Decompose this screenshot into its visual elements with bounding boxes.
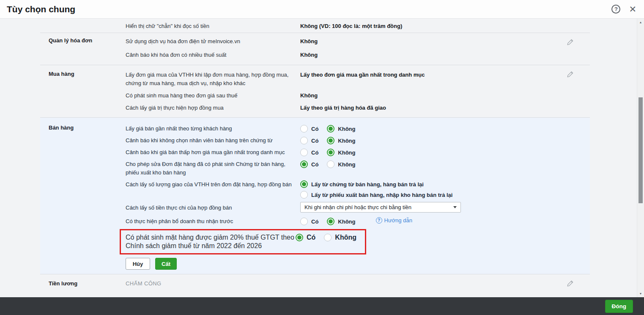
setting-label: Cách lấy giá trị thực hiện hợp đồng mua (126, 104, 300, 112)
row-low-price-warning: Cảnh báo khi giá bán thấp hơn giá mua gầ… (126, 148, 590, 157)
radio-no-label[interactable]: Không (338, 138, 355, 144)
row-contract-value-method: Cách lấy giá trị thực hiện hợp đồng mua … (126, 104, 590, 112)
scrollbar-thumb[interactable] (639, 97, 643, 203)
radio-yes[interactable] (300, 218, 308, 225)
radio-yes-label[interactable]: Có (311, 161, 318, 168)
radio-option-label[interactable]: Lấy từ phiếu xuất bán hàng, nhập kho hàn… (311, 192, 452, 198)
guide-link-label: Hướng dẫn (384, 217, 412, 224)
radio-option-label[interactable]: Lấy từ chứng từ bán hàng, hàng bán trả l… (311, 181, 424, 188)
edit-pencil-icon[interactable] (567, 39, 574, 47)
setting-value: Không (300, 51, 318, 59)
yes-no-radio-group: Có Không (300, 217, 364, 226)
general-options-dialog: Tùy chọn chung ? ✕ Hiển thị chữ "chẵn" k… (0, 0, 644, 315)
scroll-down-arrow[interactable]: ▼ (637, 290, 644, 297)
settings-content: Hiển thị chữ "chẵn" khi đọc số tiền Khôn… (0, 19, 637, 297)
section-title: Tiền lương (40, 280, 126, 297)
row-read-amount-chan: Hiển thị chữ "chẵn" khi đọc số tiền Khôn… (40, 19, 590, 33)
setting-label: Hiển thị chữ "chẵn" khi đọc số tiền (126, 22, 300, 33)
radio-from-sales-voucher[interactable] (300, 180, 308, 188)
yes-no-radio-group: Có Không (300, 136, 364, 145)
setting-label: Cảnh báo khi không chọn nhân viên bán hà… (126, 136, 300, 145)
section-purchasing: Mua hàng Lấy đơn giá mua của VTHH khi lậ… (40, 65, 590, 118)
radio-yes[interactable] (300, 137, 308, 144)
save-button[interactable]: Cất (155, 258, 177, 270)
setting-label: Cách lấy số lượng giao của VTHH trên đơn… (126, 180, 300, 189)
radio-no-label[interactable]: Không (338, 218, 355, 225)
page-title: Tùy chọn chung (7, 4, 75, 14)
row-einvoice-service: Sử dụng dịch vụ hóa đơn điện tử meInvoic… (126, 37, 590, 46)
radio-option: Lấy từ chứng từ bán hàng, hàng bán trả l… (300, 180, 452, 188)
yes-no-radio-group: Có Không (300, 160, 364, 169)
help-icon[interactable]: ? (611, 5, 620, 14)
radio-yes[interactable] (300, 125, 308, 133)
radio-no[interactable] (327, 149, 334, 156)
yes-no-radio-group: Có Không (300, 124, 364, 133)
radio-yes-label[interactable]: Có (311, 218, 318, 225)
option-radio-group: Lấy từ chứng từ bán hàng, hàng bán trả l… (300, 180, 452, 199)
yes-no-radio-group: Có Không (296, 233, 365, 242)
section-invoice-management: Quản lý hóa đơn Sử dụng dịch vụ hóa đơn … (40, 33, 590, 65)
titlebar-actions: ? ✕ (611, 5, 636, 14)
help-circle-icon: ? (376, 217, 382, 224)
edit-pencil-icon[interactable] (567, 280, 574, 289)
radio-yes-label[interactable]: Có (311, 138, 318, 144)
row-delivered-qty-method: Cách lấy số lượng giao của VTHH trên đơn… (126, 180, 590, 199)
setting-label: Cách lấy số tiền thực chi của hợp đồng b… (126, 204, 300, 212)
row-latest-sale-price: Lấy giá bán gần nhất theo từng khách hàn… (126, 124, 590, 133)
edit-actions: Hủy Cất (126, 258, 590, 270)
row-purchase-unit-price: Lấy đơn giá mua của VTHH khi lập đơn mua… (126, 71, 590, 88)
radio-no-label[interactable]: Không (338, 161, 355, 168)
radio-option: Lấy từ phiếu xuất bán hàng, nhập kho hàn… (300, 191, 452, 199)
radio-yes[interactable] (300, 160, 308, 168)
scroll-up-arrow[interactable]: ▲ (637, 19, 644, 25)
dialog-titlebar: Tùy chọn chung ? ✕ (0, 0, 644, 19)
vertical-scrollbar[interactable]: ▲ ▼ (637, 19, 644, 297)
row-allow-edit-sales-order: Cho phép sửa Đơn đặt hàng đã có phát sin… (126, 160, 590, 177)
row-salesperson-warning: Cảnh báo khi không chọn nhân viên bán hà… (126, 136, 590, 145)
dropdown-selected-value: Khi ghi nhận chi phí hoặc thực chi bằng … (304, 204, 411, 210)
radio-yes-label[interactable]: Có (311, 149, 318, 156)
setting-label: Cho phép sửa Đơn đặt hàng đã có phát sin… (126, 160, 300, 177)
radio-no[interactable] (327, 160, 334, 168)
setting-value: Không (VD: 100 đọc là: một trăm đồng) (300, 22, 402, 33)
setting-value: Lấy theo đơn giá mua gần nhất trong danh… (300, 71, 425, 88)
vat-reduction-highlight-box: Có phát sinh mặt hàng được giảm 20% thuế… (120, 229, 366, 254)
radio-yes-label[interactable]: Có (307, 234, 315, 241)
section-salary: Tiền lương CHẤM CÔNG Làm việc ngày Thứ b… (40, 274, 590, 297)
radio-from-outward-slip[interactable] (300, 191, 308, 199)
yes-no-radio-group: Có Không (300, 148, 364, 157)
caret-down-icon (453, 206, 457, 208)
timekeeping-subheading: CHẤM CÔNG (126, 280, 590, 287)
setting-label: Có phát sinh mua hàng theo đơn giá sau t… (126, 91, 300, 100)
row-after-tax-purchase: Có phát sinh mua hàng theo đơn giá sau t… (126, 91, 590, 100)
setting-label: Có thực hiện phân bổ doanh thu nhận trướ… (126, 217, 300, 226)
radio-no[interactable] (327, 137, 334, 144)
guide-link[interactable]: ? Hướng dẫn (376, 217, 412, 224)
dialog-footer: Đóng (0, 297, 644, 315)
radio-no[interactable] (327, 218, 334, 225)
radio-no-label[interactable]: Không (335, 234, 356, 241)
radio-no-label[interactable]: Không (338, 149, 355, 156)
section-sales: Bán hàng Lấy giá bán gần nhất theo từng … (40, 118, 590, 274)
radio-no[interactable] (327, 125, 334, 133)
radio-yes-label[interactable]: Có (311, 126, 318, 132)
row-actual-spend-method: Cách lấy số tiền thực chi của hợp đồng b… (126, 204, 590, 213)
close-icon[interactable]: ✕ (629, 5, 636, 14)
radio-yes[interactable] (300, 149, 308, 156)
setting-label: Có phát sinh mặt hàng được giảm 20% thuế… (126, 233, 296, 250)
radio-no[interactable] (324, 234, 332, 241)
setting-value: Không (300, 91, 318, 100)
setting-label: Lấy giá bán gần nhất theo từng khách hàn… (126, 124, 300, 133)
setting-label: Sử dụng dịch vụ hóa đơn điện tử meInvoic… (126, 37, 300, 46)
edit-pencil-icon[interactable] (567, 71, 574, 80)
close-dialog-button[interactable]: Đóng (605, 300, 633, 313)
section-title: Mua hàng (40, 71, 126, 116)
setting-label: Lấy đơn giá mua của VTHH khi lập đơn mua… (126, 71, 300, 88)
radio-yes[interactable] (296, 234, 303, 241)
setting-label: Cảnh báo khi hóa đơn có nhiều thuế suất (126, 51, 300, 59)
actual-spend-dropdown[interactable]: Khi ghi nhận chi phí hoặc thực chi bằng … (300, 202, 461, 213)
setting-label: Cảnh báo khi giá bán thấp hơn giá mua gầ… (126, 148, 300, 157)
cancel-button[interactable]: Hủy (126, 258, 150, 270)
section-title: Quản lý hóa đơn (40, 37, 126, 64)
radio-no-label[interactable]: Không (338, 126, 355, 132)
